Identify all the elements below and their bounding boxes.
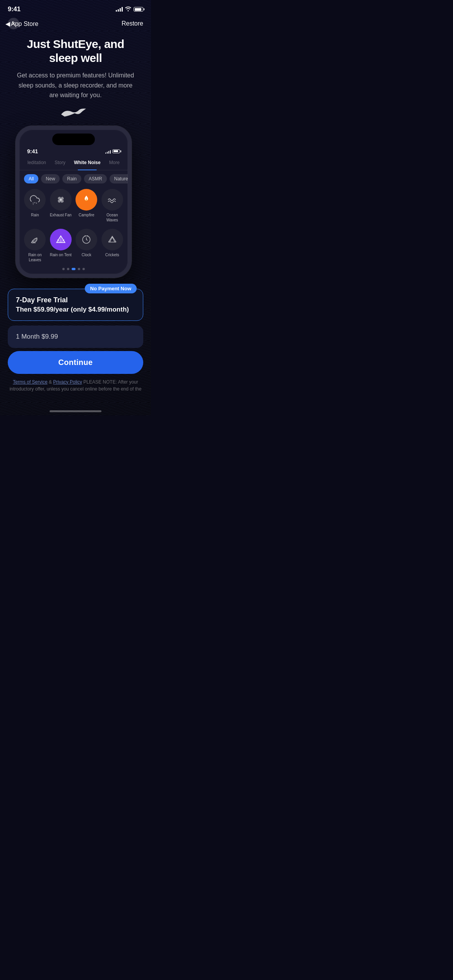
status-time: 9:41 [8, 5, 21, 13]
annual-plan-card[interactable]: No Payment Now 7-Day Free Trial Then $59… [8, 289, 143, 321]
sound-rain-on-leaves[interactable]: Rain on Leaves [23, 229, 47, 262]
annual-plan-subtitle: Then $59.99/year (only $4.99/month) [16, 306, 135, 314]
sound-clock[interactable]: Clock [75, 229, 98, 262]
hero-section: Just ShutEye, and sleep well Get access … [8, 33, 143, 100]
svg-rect-11 [85, 235, 86, 236]
back-arrow-icon: ◀ [5, 20, 10, 27]
inner-status-bar: 9:41 [19, 145, 128, 156]
dot-3 [72, 268, 76, 270]
sound-leaves-circle [24, 229, 46, 250]
monthly-plan-label: 1 Month $9.99 [16, 333, 135, 341]
sound-fan-label: Exhaust Fan [50, 212, 72, 218]
svg-rect-12 [87, 235, 88, 236]
inner-battery-icon [112, 149, 120, 153]
footer-text: Terms of Service & Privacy Policy PLEASE… [8, 379, 143, 392]
continue-button[interactable]: Continue [8, 351, 143, 374]
sound-rain[interactable]: Rain [23, 189, 47, 223]
sound-clock-label: Clock [82, 252, 91, 257]
signal-bars-icon [116, 7, 123, 12]
bird-decoration [60, 106, 91, 122]
inner-signal-icon [105, 149, 111, 154]
sound-crickets-label: Crickets [105, 252, 119, 257]
sound-leaves-label: Rain on Leaves [23, 252, 47, 262]
tab-more[interactable]: More [107, 158, 122, 167]
dynamic-island [52, 134, 95, 145]
sound-ocean-label: Ocean Waves [101, 212, 124, 223]
privacy-policy-link[interactable]: Privacy Policy [53, 379, 82, 385]
footer-ampersand: & [49, 379, 53, 385]
back-to-appstore[interactable]: ◀ App Store [5, 20, 38, 27]
inner-time: 9:41 [27, 148, 38, 154]
tab-story[interactable]: Story [52, 158, 68, 167]
hero-title: Just ShutEye, and sleep well [12, 37, 139, 65]
sound-tent-label: Rain on Tent [50, 252, 72, 257]
sound-rain-circle [24, 189, 46, 211]
svg-line-7 [35, 242, 35, 243]
sound-rain-label: Rain [31, 212, 39, 218]
sound-exhaust-fan[interactable]: Exhaust Fan [49, 189, 73, 223]
inner-status-icons [105, 149, 120, 154]
no-payment-badge: No Payment Now [85, 284, 137, 293]
sound-campfire[interactable]: Campfire [75, 189, 98, 223]
sound-fan-circle [50, 189, 72, 211]
dot-4 [78, 268, 80, 270]
hero-subtitle: Get access to premium features! Unlimite… [14, 70, 137, 100]
status-icons [116, 6, 143, 12]
pill-new[interactable]: New [41, 174, 60, 183]
sound-crickets[interactable]: Crickets [101, 229, 124, 262]
carousel-dots [19, 266, 128, 274]
battery-icon [134, 7, 143, 12]
monthly-plan-card[interactable]: 1 Month $9.99 [8, 326, 143, 348]
pill-asmr[interactable]: ASMR [84, 174, 107, 183]
dot-2 [67, 268, 69, 270]
back-label: App Store [11, 21, 38, 27]
sound-ocean-circle [101, 189, 123, 211]
wifi-icon [125, 6, 131, 12]
sound-tent-circle [50, 229, 72, 250]
tab-meditation[interactable]: leditation [25, 158, 48, 167]
status-bar: 9:41 [0, 0, 151, 16]
terms-of-service-link[interactable]: Terms of Service [13, 379, 47, 385]
sound-rain-on-tent[interactable]: Rain on Tent [49, 229, 73, 262]
home-indicator [50, 410, 101, 412]
dot-1 [62, 268, 65, 270]
sound-grid-row1: Rain Exhaust Fan [19, 187, 128, 226]
sound-campfire-label: Campfire [79, 212, 94, 218]
tab-white-noise[interactable]: White Noise [72, 158, 103, 167]
phone-mockup: 9:41 leditation Story White [15, 126, 136, 278]
pricing-section: No Payment Now 7-Day Free Trial Then $59… [8, 289, 143, 348]
dot-5 [82, 268, 85, 270]
filter-pills: All New Rain ASMR Nature An [19, 170, 128, 187]
annual-plan-title: 7-Day Free Trial [16, 296, 135, 304]
svg-line-6 [34, 242, 34, 243]
sound-crickets-circle [101, 229, 123, 250]
sound-ocean-waves[interactable]: Ocean Waves [101, 189, 124, 223]
pill-all[interactable]: All [24, 174, 38, 183]
pill-rain[interactable]: Rain [62, 174, 81, 183]
app-tabs: leditation Story White Noise More [19, 156, 128, 170]
sound-clock-circle [76, 229, 97, 250]
sound-campfire-circle [76, 189, 97, 211]
sound-grid-row2: Rain on Leaves Rain on Tent [19, 227, 128, 266]
restore-button[interactable]: Restore [122, 20, 143, 27]
pill-nature[interactable]: Nature [110, 174, 128, 183]
